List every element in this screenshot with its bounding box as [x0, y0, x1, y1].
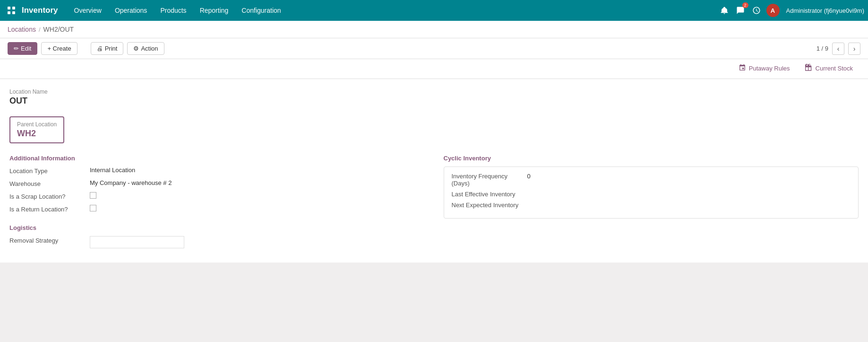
tab-stock-label: Current Stock — [816, 65, 853, 72]
print-label: Print — [105, 45, 118, 52]
nav-item-products[interactable]: Products — [154, 0, 193, 21]
return-location-row: Is a Return Location? — [9, 205, 425, 213]
breadcrumb-current: WH2/OUT — [43, 26, 74, 33]
nav-item-configuration[interactable]: Configuration — [235, 0, 287, 21]
location-type-value: Internal Location — [90, 167, 425, 174]
warehouse-label: Warehouse — [9, 179, 90, 187]
create-label: + Create — [47, 45, 71, 52]
removal-strategy-input[interactable] — [90, 236, 184, 248]
app-grid-icon[interactable] — [4, 3, 19, 18]
inv-freq-row: Inventory Frequency (Days) 0 — [452, 173, 851, 187]
parent-location-box[interactable]: Parent Location WH2 — [9, 116, 64, 143]
location-name-value: OUT — [9, 96, 859, 106]
tab-putaway-rules[interactable]: Putaway Rules — [731, 59, 798, 79]
return-label: Is a Return Location? — [9, 205, 90, 213]
warehouse-row: Warehouse My Company - warehouse # 2 — [9, 179, 425, 187]
action-button[interactable]: ⚙ Action — [127, 42, 164, 55]
putaway-icon — [739, 64, 746, 73]
cyclic-title: Cyclic Inventory — [444, 155, 859, 162]
content-card: Putaway Rules Current Stock Location Nam… — [0, 59, 868, 263]
tab-strip: Putaway Rules Current Stock — [0, 59, 868, 79]
nav-item-reporting[interactable]: Reporting — [193, 0, 235, 21]
user-name: Administrator (fj6nyue0vi9m) — [786, 7, 864, 14]
location-name-label: Location Name — [9, 88, 859, 95]
tab-putaway-label: Putaway Rules — [749, 65, 790, 72]
tab-current-stock[interactable]: Current Stock — [798, 59, 860, 79]
location-type-row: Location Type Internal Location — [9, 167, 425, 175]
scrap-checkbox[interactable] — [90, 192, 96, 199]
chat-icon[interactable]: 2 — [734, 4, 747, 17]
breadcrumb-parent[interactable]: Locations — [8, 26, 36, 33]
toolbar: ✏ Edit + Create 🖨 Print ⚙ Action 1 / 9 ‹… — [0, 38, 868, 59]
edit-button[interactable]: ✏ Edit — [8, 42, 37, 55]
pagination: 1 / 9 ‹ › — [816, 43, 860, 55]
prev-page-button[interactable]: ‹ — [832, 43, 844, 55]
inv-freq-value: 0 — [527, 173, 531, 187]
location-type-label: Location Type — [9, 167, 90, 175]
action-label: Action — [141, 45, 158, 52]
nav-right-area: 2 A Administrator (fj6nyue0vi9m) — [718, 4, 864, 17]
print-icon: 🖨 — [97, 45, 103, 52]
right-column: Cyclic Inventory Inventory Frequency (Da… — [444, 155, 859, 253]
bell-icon[interactable] — [718, 4, 730, 17]
removal-strategy-row: Removal Strategy — [9, 236, 425, 248]
svg-rect-0 — [8, 7, 10, 9]
parent-location-value: WH2 — [17, 129, 57, 139]
scrap-location-row: Is a Scrap Location? — [9, 192, 425, 200]
svg-rect-3 — [12, 11, 15, 14]
last-effective-row: Last Effective Inventory — [452, 191, 851, 198]
top-navigation: Inventory Overview Operations Products R… — [0, 0, 868, 21]
breadcrumb: Locations / WH2/OUT — [0, 21, 868, 38]
next-expected-row: Next Expected Inventory — [452, 202, 851, 209]
nav-menu: Overview Operations Products Reporting C… — [68, 0, 718, 21]
avatar[interactable]: A — [766, 4, 780, 17]
last-effective-label: Last Effective Inventory — [452, 191, 527, 198]
inv-freq-label: Inventory Frequency (Days) — [452, 173, 527, 187]
left-column: Additional Information Location Type Int… — [9, 155, 425, 253]
additional-info-title: Additional Information — [9, 155, 425, 162]
stock-icon — [805, 64, 813, 73]
print-button[interactable]: 🖨 Print — [91, 42, 124, 55]
page-info: 1 / 9 — [816, 45, 828, 52]
create-button[interactable]: + Create — [41, 42, 77, 55]
svg-rect-1 — [12, 7, 15, 9]
chat-badge: 2 — [742, 2, 748, 8]
warehouse-value: My Company - warehouse # 2 — [90, 179, 425, 186]
main-form: Location Name OUT Parent Location WH2 Ad… — [0, 79, 868, 263]
return-checkbox[interactable] — [90, 205, 96, 211]
app-title: Inventory — [22, 6, 58, 15]
gear-icon: ⚙ — [133, 45, 139, 52]
nav-item-operations[interactable]: Operations — [108, 0, 154, 21]
next-page-button[interactable]: › — [848, 43, 860, 55]
edit-label: Edit — [21, 45, 31, 52]
breadcrumb-separator: / — [39, 26, 41, 33]
scrap-label: Is a Scrap Location? — [9, 192, 90, 200]
svg-rect-2 — [8, 11, 10, 14]
nav-item-overview[interactable]: Overview — [68, 0, 108, 21]
parent-location-label: Parent Location — [17, 121, 57, 128]
next-expected-label: Next Expected Inventory — [452, 202, 527, 209]
removal-strategy-label: Removal Strategy — [9, 236, 90, 244]
logistics-title: Logistics — [9, 224, 425, 231]
cyclic-box: Inventory Frequency (Days) 0 Last Effect… — [444, 167, 859, 219]
edit-icon: ✏ — [14, 45, 19, 52]
clock-icon[interactable] — [750, 4, 763, 17]
